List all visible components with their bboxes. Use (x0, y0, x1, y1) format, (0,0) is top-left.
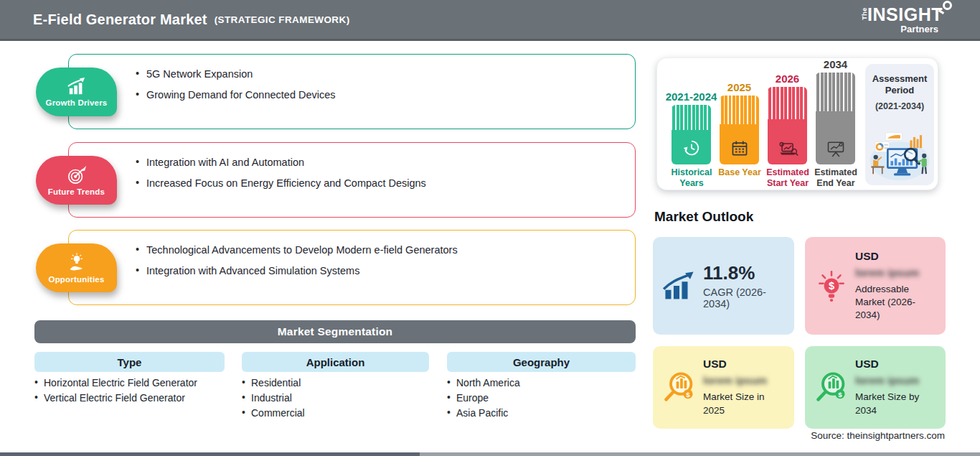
cagr-card: 11.8% CAGR (2026-2034) (653, 237, 794, 335)
card-text: 11.8% CAGR (2026-2034) (703, 262, 788, 310)
estimated-start-year-bar: 2026 (768, 58, 807, 164)
logo-the: The (860, 7, 867, 20)
bar-year-label: 2025 (727, 81, 751, 93)
target-dart-icon (67, 165, 87, 185)
header-bar: E-Field Generator Market (STRATEGIC FRAM… (0, 0, 980, 41)
cagr-growth-icon (663, 271, 696, 300)
bar-year-label: 2026 (776, 73, 799, 85)
list-item: 5G Network Expansion (136, 69, 622, 80)
geography-list: North America Europe Asia Pacific (447, 378, 520, 423)
logo-partners: Partners (821, 24, 943, 34)
future-trends-badge: Future Trends (36, 156, 117, 205)
page-subtitle: (STRATEGIC FRAMEWORK) (215, 14, 350, 25)
magnifier-lens-icon (943, 1, 952, 10)
currency-label: USD (855, 250, 940, 263)
type-list: Horizontal Electric Field Generator Vert… (34, 378, 197, 408)
bar-caption: Estimated End Year (811, 167, 860, 189)
infographic-page: E-Field Generator Market (STRATEGIC FRAM… (0, 0, 980, 456)
segment-header-geography: Geography (447, 352, 636, 372)
card-icon-wrap (661, 271, 697, 300)
card-caption: Market Size by 2034 (855, 391, 940, 417)
cagr-caption: CAGR (2026-2034) (703, 287, 788, 310)
market-segmentation-header: Market Segmentation (34, 320, 636, 343)
card-text: USD lorem ipsum Market Size by 2034 (855, 358, 940, 417)
addressable-market-card: $ USD lorem ipsum Addressable Market (20… (805, 237, 946, 335)
list-item: Commercial (242, 408, 305, 418)
calendar-icon (730, 139, 749, 158)
svg-text:$: $ (686, 390, 690, 398)
svg-text:$: $ (829, 280, 834, 292)
list-item: Growing Demand for Connected Devices (136, 90, 622, 101)
logo-row: The INSIGHT (821, 6, 943, 24)
estimated-end-year-bar: 2034 (816, 58, 855, 164)
obscured-value: lorem ipsum (703, 374, 788, 386)
forecast-timeline-card: 2021-2024 Historical Years 2025 (656, 57, 938, 190)
bar-year-label: 2034 (824, 58, 847, 70)
card-caption: Addressable Market (2026-2034) (855, 283, 940, 322)
card-icon-wrap: $ (661, 371, 697, 405)
company-logo: The INSIGHT Partners (821, 6, 943, 37)
market-outlook-title: Market Outlook (654, 209, 753, 225)
bar-year-label: 2021-2024 (666, 90, 717, 103)
card-icon-wrap: $ (814, 371, 849, 405)
growth-drivers-list: 5G Network Expansion Growing Demand for … (69, 55, 635, 101)
segment-header-application: Application (242, 352, 429, 372)
idea-hand-icon (67, 253, 87, 273)
list-item: Vertical Electric Field Generator (34, 393, 197, 403)
currency-label: USD (855, 358, 940, 371)
market-size-2025-card: $ USD lorem ipsum Market Size in 2025 (653, 346, 794, 429)
card-caption: Market Size in 2025 (703, 391, 788, 417)
badge-label: Opportunities (49, 275, 105, 284)
card-icon-wrap: $ (814, 269, 849, 303)
list-item: Residential (242, 378, 305, 388)
assessment-title: Assessment Period (871, 73, 928, 97)
magnifier-bars-dollar-icon: $ (662, 371, 697, 405)
segment-header-type: Type (34, 352, 225, 372)
assessment-period-panel: Assessment Period (2021-2034) (865, 64, 934, 185)
future-trends-panel: Integration with AI and Automation Incre… (68, 142, 636, 218)
opportunities-list: Technological Advancements to Develop Mo… (69, 231, 635, 277)
list-item: Increased Focus on Energy Efficiency and… (136, 178, 622, 190)
history-clock-icon (682, 138, 702, 158)
assessment-range: (2021-2034) (865, 101, 934, 111)
obscured-value: lorem ipsum (855, 374, 940, 386)
card-text: USD lorem ipsum Market Size in 2025 (703, 358, 788, 417)
currency-label: USD (703, 358, 788, 371)
presentation-chart-icon (826, 139, 846, 158)
list-item: Integration with Advanced Simulation Sys… (136, 266, 622, 277)
historical-years-bar: 2021-2024 (672, 58, 711, 164)
list-item: Integration with AI and Automation (136, 157, 622, 169)
magnifier-bars-dollar-icon: $ (814, 371, 849, 405)
bar-caption: Base Year (715, 167, 764, 178)
list-item: Horizontal Electric Field Generator (34, 378, 197, 388)
obscured-value: lorem ipsum (855, 266, 940, 279)
bar-caption: Historical Years (667, 167, 716, 189)
growth-drivers-panel: 5G Network Expansion Growing Demand for … (68, 54, 636, 129)
growth-drivers-badge: Growth Drivers (36, 68, 117, 116)
market-size-2034-card: $ USD lorem ipsum Market Size by 2034 (805, 346, 946, 429)
list-item: Industrial (242, 393, 305, 403)
laptop-analytics-icon (777, 141, 798, 158)
analytics-illustration (867, 130, 932, 182)
growth-chart-icon (65, 78, 88, 96)
list-item: North America (447, 378, 520, 388)
list-item: Asia Pacific (447, 408, 520, 418)
bulb-dollar-icon: $ (816, 269, 847, 303)
bar (720, 96, 759, 164)
opportunities-panel: Technological Advancements to Develop Mo… (68, 230, 636, 305)
cagr-value: 11.8% (703, 262, 788, 284)
footer-strip-right (420, 452, 980, 456)
logo-insight: INSIGHT (867, 6, 943, 24)
segmentation-title: Market Segmentation (278, 325, 393, 338)
bar-caption: Estimated Start Year (763, 167, 812, 189)
list-item: Europe (447, 393, 520, 403)
opportunities-badge: Opportunities (36, 243, 117, 292)
source-attribution: Source: theinsightpartners.com (654, 430, 945, 441)
card-text: USD lorem ipsum Addressable Market (2026… (855, 250, 940, 322)
svg-text:$: $ (838, 390, 842, 398)
bar (816, 73, 855, 164)
bar (672, 105, 711, 164)
badge-label: Future Trends (48, 187, 105, 196)
application-list: Residential Industrial Commercial (242, 378, 305, 423)
footer-strip-left (0, 452, 420, 456)
